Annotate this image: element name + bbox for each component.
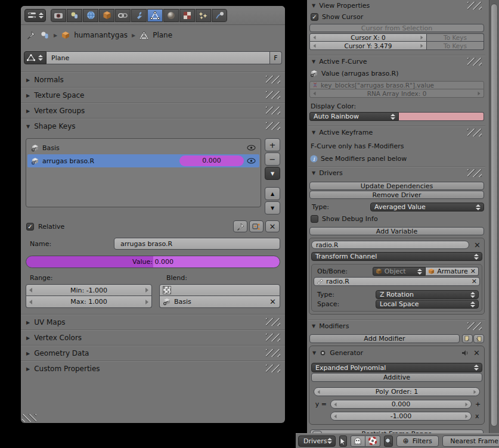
add-modifier-button[interactable]: Add Modifier [309, 334, 460, 343]
shape-key-value-main-slider[interactable]: Value: 0.000 [26, 256, 280, 268]
panel-grip[interactable] [467, 169, 482, 177]
remove-shape-key-button[interactable]: − [265, 153, 280, 166]
only-errors-toggle[interactable] [365, 435, 380, 447]
range-min-field[interactable]: Min: -1.000 [26, 284, 152, 296]
show-cursor-checkbox[interactable]: ✓ [311, 13, 318, 21]
tab-texture[interactable] [179, 9, 195, 22]
shape-key-value-slider[interactable]: 0.000 [179, 155, 244, 166]
move-shape-key-up-button[interactable]: ▲ [265, 187, 280, 200]
fake-user-button[interactable]: F [270, 51, 282, 64]
clear-bone-icon[interactable]: ✕ [472, 278, 477, 285]
objects-icon[interactable] [40, 31, 49, 39]
panel-grip[interactable] [467, 2, 482, 10]
remove-driver-button[interactable]: Remove Driver [309, 191, 484, 199]
shape-key-specials-menu[interactable]: ▼ [265, 167, 280, 180]
panel-uv-maps[interactable]: ▶UV Maps [21, 315, 285, 329]
panel-drivers[interactable]: ▼Drivers [308, 167, 485, 178]
add-variable-button[interactable]: Add Variable [309, 227, 484, 235]
editor-mode-dropdown[interactable]: Drivers [298, 435, 336, 447]
panel-custom-properties[interactable]: ▶Custom Properties [21, 362, 285, 376]
panel-grip[interactable] [266, 349, 280, 357]
panel-grip[interactable] [266, 334, 280, 341]
modifier-enable-dot[interactable] [320, 350, 326, 356]
pin-shape-key-button[interactable] [233, 220, 247, 232]
shape-key-edit-mode-button[interactable] [249, 220, 264, 232]
panel-active-fcurve[interactable]: ▼Active F-Curve [308, 56, 485, 67]
panel-grip[interactable] [266, 365, 280, 372]
to-keys-x-button[interactable]: To Keys [427, 33, 484, 42]
move-shape-key-down-button[interactable]: ▼ [265, 201, 280, 214]
target-armature-field[interactable]: Armature ✕ [426, 267, 479, 276]
target-bone-field[interactable]: radio.R ✕ [314, 277, 480, 286]
show-debug-info-checkbox[interactable] [311, 215, 318, 223]
mute-speaker-icon[interactable] [461, 350, 469, 356]
color-mode-dropdown[interactable]: Auto Rainbow [309, 112, 399, 121]
area-corner-grip[interactable] [22, 414, 36, 422]
tab-render[interactable] [51, 9, 66, 22]
to-keys-y-button[interactable]: To Keys [427, 42, 484, 50]
filters-button[interactable]: ⊕Filters [396, 435, 439, 447]
relative-checkbox[interactable]: ✓ [26, 223, 34, 231]
space-dropdown[interactable]: Local Space [376, 300, 479, 309]
delete-modifier-icon[interactable]: ✕ [473, 349, 480, 357]
panel-view-properties[interactable]: ▼View Properties [308, 0, 485, 11]
panel-grip[interactable] [467, 129, 482, 136]
additive-toggle[interactable]: Additive [311, 373, 482, 382]
pin-icon[interactable] [27, 31, 36, 40]
cursor-x-field[interactable]: Cursor X: 0 [309, 33, 427, 42]
panel-grip[interactable] [266, 91, 280, 99]
eye-icon[interactable] [247, 158, 256, 164]
variable-type-dropdown[interactable]: Transform Channel [311, 252, 482, 261]
panel-texture-space[interactable]: ▶Texture Space [21, 88, 285, 102]
panel-active-keyframe[interactable]: ▼Active Keyframe [308, 127, 485, 138]
editor-type-dropdown[interactable] [24, 9, 46, 22]
auto-snap-dropdown[interactable]: Nearest Frame [442, 435, 499, 447]
datablock-browse-dropdown[interactable] [24, 51, 47, 64]
fcurve-color-swatch[interactable] [399, 112, 484, 121]
breadcrumb-object-name[interactable]: humanantygas [74, 31, 128, 39]
paste-modifiers-button[interactable] [473, 334, 484, 343]
panel-grip[interactable] [266, 107, 280, 114]
poly-order-field[interactable]: Poly Order: 1 [314, 387, 480, 396]
clear-shape-keys-button[interactable]: ✕ [265, 220, 280, 232]
show-hidden-toggle[interactable] [351, 435, 365, 447]
variable-name-input[interactable]: radio.R [311, 241, 469, 249]
generator-mode-dropdown[interactable]: Expanded Polynomial [311, 363, 482, 372]
panel-grip[interactable] [266, 318, 280, 326]
add-shape-key-button[interactable]: + [265, 138, 280, 151]
range-max-field[interactable]: Max: 1.000 [26, 296, 152, 308]
shape-key-list[interactable]: Basis arrugas braso.R 0.000 [26, 138, 261, 207]
tab-particles[interactable] [196, 9, 211, 22]
cursor-y-field[interactable]: Cursor Y: 3.479 [309, 42, 427, 50]
channel-type-dropdown[interactable]: Z Rotation [376, 290, 479, 299]
panel-grip[interactable] [266, 76, 280, 83]
tab-object-data[interactable] [147, 9, 163, 22]
tab-modifiers[interactable] [131, 9, 147, 22]
clear-relative-key-icon[interactable]: ✕ [269, 298, 276, 306]
breadcrumb-data-name[interactable]: Plane [153, 31, 172, 39]
shape-key-name-input[interactable]: arrugas braso.R [114, 238, 280, 250]
tab-material[interactable] [163, 9, 179, 22]
collapse-modifier-icon[interactable]: ▼ [312, 350, 316, 356]
only-selected-toggle[interactable] [339, 435, 347, 447]
copy-modifiers-button[interactable] [462, 334, 473, 343]
cursor-from-selection-button[interactable]: Cursor from Selection [309, 24, 484, 32]
update-dependencies-button[interactable]: Update Dependencies [309, 182, 484, 190]
target-object-dropdown[interactable]: Object [373, 267, 426, 276]
tab-object[interactable] [99, 9, 114, 22]
panel-shape-keys[interactable]: ▼Shape Keys [21, 119, 285, 133]
driver-type-dropdown[interactable]: Averaged Value [370, 203, 484, 211]
delete-variable-icon[interactable]: ✕ [474, 241, 481, 249]
panel-normals[interactable]: ▶Normals [21, 73, 285, 87]
panel-grip[interactable] [467, 58, 482, 66]
tab-world[interactable] [83, 9, 98, 22]
coefficient-1-field[interactable]: -1.000 [330, 412, 472, 421]
panel-grip[interactable] [266, 122, 280, 130]
sidebar-scrollbar[interactable] [489, 0, 499, 433]
panel-vertex-colors[interactable]: ▶Vertex Colors [21, 331, 285, 345]
blend-vertex-group-field[interactable] [159, 284, 280, 296]
panel-modifiers[interactable]: ▼Modifiers [308, 321, 485, 331]
panel-geometry-data[interactable]: ▶Geometry Data [21, 346, 285, 360]
tab-physics[interactable] [212, 9, 227, 22]
tab-constraints[interactable] [115, 9, 131, 22]
